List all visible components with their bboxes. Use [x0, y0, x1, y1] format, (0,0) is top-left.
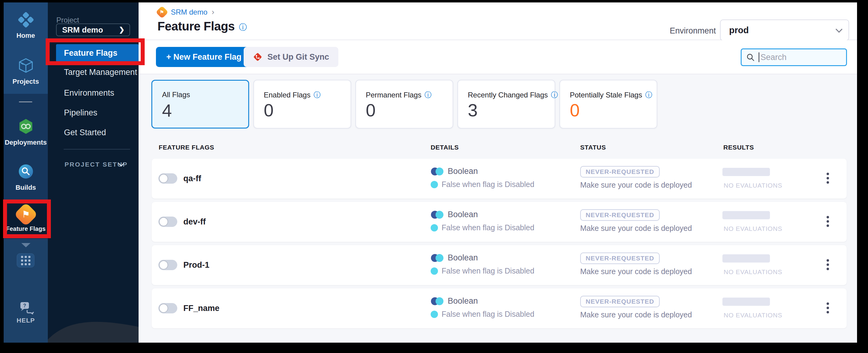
- status-note: Make sure your code is deployed: [580, 267, 692, 276]
- table-row: qa-ff Boolean False when flag is Disable…: [152, 159, 847, 199]
- environment-select[interactable]: prod: [720, 20, 849, 41]
- search-input[interactable]: [759, 53, 868, 62]
- row-menu-button[interactable]: [824, 171, 832, 185]
- off-variation-dot: [431, 311, 438, 318]
- results-note: NO EVALUATIONS: [724, 182, 782, 189]
- page-title: Feature Flags: [157, 20, 235, 33]
- flag-toggle[interactable]: [158, 217, 177, 227]
- sidebar-item-projects[interactable]: Projects: [4, 49, 48, 94]
- results-note: NO EVALUATIONS: [724, 225, 782, 232]
- breadcrumb-project-link[interactable]: SRM demo: [171, 8, 208, 17]
- flag-name: Prod-1: [183, 260, 210, 270]
- flag-name: dev-ff: [183, 217, 206, 227]
- module-sidebar: Home Projects Deployments: [4, 2, 48, 343]
- status-note: Make sure your code is deployed: [580, 181, 692, 189]
- flag-type: Boolean: [431, 210, 478, 219]
- main-content: ⚑ SRM demo › Feature Flags ⓘ Environment…: [138, 2, 857, 343]
- flag-toggle[interactable]: [158, 173, 177, 184]
- card-potentially-stale-flags[interactable]: Potentially Stale Flagsⓘ 0: [559, 80, 657, 129]
- home-icon: [18, 11, 34, 28]
- status-badge: NEVER-REQUESTED: [580, 253, 660, 264]
- sidebar-item-pipelines[interactable]: Pipelines: [64, 108, 97, 118]
- flag-type: Boolean: [431, 253, 478, 262]
- environment-select-value: prod: [729, 25, 749, 35]
- builds-icon: [18, 163, 34, 180]
- card-value: 4: [162, 100, 172, 121]
- svg-text:?: ?: [23, 303, 26, 308]
- table-row: dev-ff Boolean False when flag is Disabl…: [152, 202, 847, 242]
- sidebar-item-label: Projects: [12, 78, 39, 86]
- project-sidebar: Project SRM demo ❯ Feature Flags Target …: [48, 2, 138, 343]
- sidebar-item-home[interactable]: Home: [4, 2, 48, 49]
- app-window: Home Projects Deployments: [4, 2, 857, 343]
- table-row: FF_name Boolean False when flag is Disab…: [152, 288, 847, 328]
- project-selector[interactable]: SRM demo ❯: [56, 24, 130, 36]
- status-note: Make sure your code is deployed: [580, 310, 692, 319]
- sidebar-item-builds[interactable]: Builds: [4, 155, 48, 200]
- row-menu-button[interactable]: [824, 258, 832, 271]
- info-icon[interactable]: ⓘ: [313, 90, 320, 100]
- help-chat-icon: ?: [18, 301, 34, 314]
- info-icon[interactable]: ⓘ: [425, 90, 432, 100]
- column-header-details: DETAILS: [431, 144, 459, 151]
- card-label: Enabled Flagsⓘ: [264, 90, 320, 100]
- card-permanent-flags[interactable]: Permanent Flagsⓘ 0: [355, 80, 453, 129]
- boolean-icon: [431, 167, 445, 176]
- card-label: All Flags: [162, 91, 190, 99]
- sidebar-item-feature-flags[interactable]: ⚑ Feature Flags: [4, 201, 48, 237]
- results-bar: [722, 254, 770, 262]
- nav-divider: [64, 149, 130, 150]
- projects-cube-icon: [18, 57, 34, 74]
- card-value: 0: [570, 100, 580, 120]
- info-icon[interactable]: ⓘ: [645, 90, 652, 100]
- flag-toggle[interactable]: [158, 260, 177, 270]
- project-selector-value: SRM demo: [62, 25, 103, 35]
- search-icon: [746, 53, 755, 62]
- card-value: 3: [468, 100, 477, 120]
- flag-toggle[interactable]: [158, 303, 177, 313]
- card-all-flags[interactable]: All Flags 4: [151, 80, 249, 129]
- deployments-icon: [18, 118, 34, 135]
- row-menu-button[interactable]: [824, 215, 832, 228]
- git-icon: [253, 52, 262, 62]
- card-label: Recently Changed Flagsⓘ: [468, 90, 558, 100]
- chevron-down-icon[interactable]: [21, 243, 30, 247]
- row-menu-button[interactable]: [824, 301, 832, 315]
- project-section-label: Project: [56, 16, 79, 24]
- sidebar-item-label: Feature Flags: [64, 49, 118, 58]
- card-value: 0: [264, 100, 274, 120]
- card-label: Potentially Stale Flagsⓘ: [570, 90, 652, 100]
- results-bar: [722, 211, 770, 219]
- info-icon[interactable]: ⓘ: [551, 90, 558, 100]
- status-note: Make sure your code is deployed: [580, 224, 692, 233]
- info-icon[interactable]: ⓘ: [239, 22, 247, 33]
- project-setup-toggle[interactable]: PROJECT SETUP: [65, 161, 128, 168]
- flag-type: Boolean: [431, 296, 478, 306]
- sidebar-divider: [19, 101, 32, 102]
- chevron-right-icon: ›: [212, 7, 214, 17]
- card-recently-changed-flags[interactable]: Recently Changed Flagsⓘ 3: [458, 80, 555, 129]
- card-value: 0: [366, 100, 375, 120]
- flag-type: Boolean: [431, 167, 478, 176]
- environment-label: Environment: [670, 26, 716, 36]
- sidebar-item-environments[interactable]: Environments: [64, 88, 114, 98]
- sidebar-item-get-started[interactable]: Get Started: [64, 128, 106, 137]
- new-feature-flag-button[interactable]: + New Feature Flag: [156, 47, 252, 67]
- module-picker-grid-icon[interactable]: [17, 253, 34, 267]
- decorative-wave: [48, 309, 138, 343]
- help-button[interactable]: ? HELP: [4, 301, 48, 324]
- sidebar-item-feature-flags-page[interactable]: Feature Flags: [56, 44, 138, 62]
- boolean-icon: [431, 210, 445, 219]
- feature-flags-icon: ⚑: [156, 5, 168, 18]
- status-badge: NEVER-REQUESTED: [580, 166, 660, 178]
- content-area: All Flags 4 Enabled Flagsⓘ 0 Permanent F…: [138, 74, 857, 343]
- chevron-right-icon: ❯: [119, 26, 125, 34]
- status-badge: NEVER-REQUESTED: [580, 296, 660, 307]
- setup-git-sync-button[interactable]: Set Up Git Sync: [244, 47, 338, 67]
- boolean-icon: [431, 253, 445, 262]
- help-label: HELP: [17, 317, 35, 324]
- flag-off-rule: False when flag is Disabled: [431, 266, 534, 275]
- card-enabled-flags[interactable]: Enabled Flagsⓘ 0: [253, 80, 351, 129]
- sidebar-item-deployments[interactable]: Deployments: [4, 110, 48, 155]
- sidebar-item-target-management[interactable]: Target Management: [64, 68, 137, 77]
